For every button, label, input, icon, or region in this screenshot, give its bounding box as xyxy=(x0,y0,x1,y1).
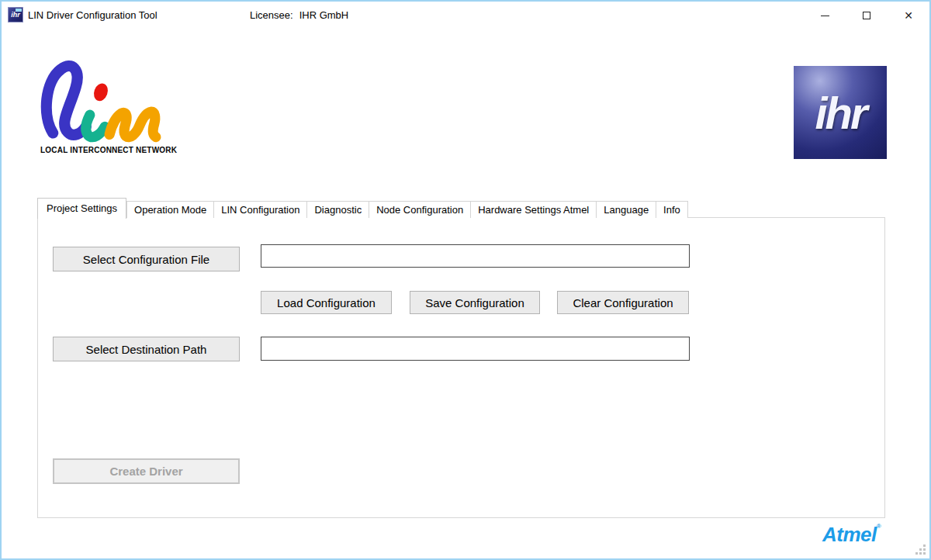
lin-letter-n xyxy=(109,112,156,137)
atmel-trademark: ® xyxy=(877,523,881,530)
licensee-text: Licensee:IHR GmbH xyxy=(250,2,348,29)
lin-logo: LOCAL INTERCONNECT NETWORK xyxy=(40,60,164,161)
atmel-logo: Atmel® xyxy=(822,523,881,546)
title-bar: ihr LIN Driver Configuration Tool Licens… xyxy=(2,2,929,29)
tab-info[interactable]: Info xyxy=(656,201,688,218)
lin-logo-art xyxy=(40,60,164,144)
close-button[interactable]: ✕ xyxy=(888,2,929,29)
tab-diagnostic[interactable]: Diagnostic xyxy=(307,201,369,218)
load-configuration-button[interactable]: Load Configuration xyxy=(261,291,392,314)
close-icon: ✕ xyxy=(904,10,913,21)
configuration-file-input[interactable] xyxy=(261,244,690,268)
minimize-button[interactable] xyxy=(804,2,846,29)
tab-strip: Project Settings Operation Mode LIN Conf… xyxy=(37,197,688,218)
clear-configuration-button[interactable]: Clear Configuration xyxy=(557,291,689,314)
select-configuration-file-button[interactable]: Select Configuration File xyxy=(53,247,240,271)
tab-language[interactable]: Language xyxy=(597,201,656,218)
maximize-button[interactable] xyxy=(846,2,888,29)
atmel-logo-text: Atmel xyxy=(822,523,877,546)
lin-letter-i xyxy=(86,115,105,137)
lin-i-dot xyxy=(92,81,110,103)
tab-project-settings[interactable]: Project Settings xyxy=(37,198,126,219)
tab-operation-mode[interactable]: Operation Mode xyxy=(126,201,214,218)
select-destination-path-button[interactable]: Select Destination Path xyxy=(53,337,240,361)
ihr-logo: ihr xyxy=(794,66,887,159)
window-title: LIN Driver Configuration Tool xyxy=(28,2,157,29)
tab-lin-configuration[interactable]: LIN Configuration xyxy=(214,201,307,218)
save-configuration-button[interactable]: Save Configuration xyxy=(410,291,540,314)
tab-node-configuration[interactable]: Node Configuration xyxy=(369,201,471,218)
tab-hardware-settings-atmel[interactable]: Hardware Settings Atmel xyxy=(471,201,597,218)
app-icon: ihr xyxy=(8,7,23,22)
app-window: ihr LIN Driver Configuration Tool Licens… xyxy=(0,0,931,560)
licensee-value: IHR GmbH xyxy=(299,9,349,21)
create-driver-button[interactable]: Create Driver xyxy=(53,458,240,484)
resize-grip[interactable] xyxy=(915,544,926,555)
maximize-icon xyxy=(863,12,870,19)
licensee-label: Licensee: xyxy=(250,9,293,21)
resize-grip-icon xyxy=(915,544,918,547)
minimize-icon xyxy=(821,16,829,16)
lin-caption: LOCAL INTERCONNECT NETWORK xyxy=(40,146,164,154)
destination-path-input[interactable] xyxy=(261,337,690,361)
window-controls: ✕ xyxy=(804,2,929,29)
lin-letter-l xyxy=(47,66,86,135)
project-settings-panel: Select Configuration File Load Configura… xyxy=(37,217,885,518)
